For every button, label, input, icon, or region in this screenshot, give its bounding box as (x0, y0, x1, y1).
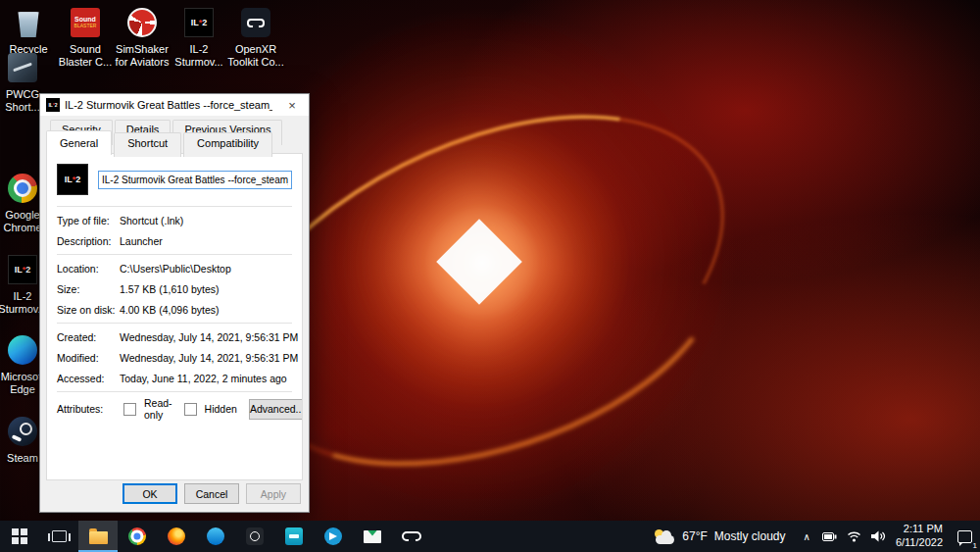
location-row: Location: C:\Users\Public\Desktop (47, 258, 302, 278)
created-row: Created: Wednesday, July 14, 2021, 9:56:… (47, 326, 302, 347)
tab-row-front: General Shortcut Compatibility (46, 132, 274, 157)
dialog-title: IL-2 Sturmovik Great Battles --force_ste… (65, 99, 272, 111)
firefox-taskbar-button[interactable] (157, 521, 196, 552)
weather-cloud-icon (654, 529, 675, 544)
chrome-icon (128, 527, 146, 545)
chrome-icon (8, 174, 37, 203)
general-tab-page: IL*2 Type of file: Shortcut (.lnk) Descr… (46, 153, 303, 480)
dialog-buttons: OK Cancel Apply (122, 483, 301, 504)
chrome-taskbar-button[interactable] (118, 521, 157, 552)
battery-icon[interactable] (822, 532, 837, 541)
blue-circle-app-icon (324, 527, 342, 545)
cancel-button[interactable]: Cancel (184, 483, 239, 504)
sound-blaster-icon: Sound BLASTER (71, 8, 100, 37)
filename-input[interactable] (98, 171, 292, 189)
modified-row: Modified: Wednesday, July 14, 2021, 9:56… (47, 347, 302, 368)
filename-row: IL*2 (47, 158, 302, 203)
separator (57, 254, 292, 255)
file-il2-icon: IL*2 (57, 164, 88, 195)
openxr-icon (241, 8, 270, 37)
tab-compatibility[interactable]: Compatibility (183, 132, 272, 157)
desktop-icon-label: IL-2 Sturmov... (171, 43, 227, 68)
pwcg-icon (8, 53, 37, 82)
desktop-icon-il2[interactable]: IL*2 IL-2 Sturmov... (171, 6, 227, 68)
folder-icon (89, 531, 108, 544)
desktop-icon-label: SimShaker for Aviators (114, 43, 171, 68)
weather-widget[interactable]: 67°F Mostly cloudy (648, 521, 791, 552)
separator (57, 206, 292, 207)
network-wifi-icon[interactable] (847, 530, 861, 542)
mail-icon (364, 530, 381, 543)
camera-icon (246, 527, 264, 545)
edge-icon (8, 335, 37, 365)
firefox-icon (168, 527, 185, 545)
tab-general[interactable]: General (46, 130, 112, 155)
task-view-icon (52, 530, 67, 542)
mixed-reality-taskbar-button[interactable] (392, 521, 431, 552)
blue-app-icon (207, 527, 224, 545)
properties-dialog: IL*2 IL-2 Sturmovik Great Battles --forc… (39, 93, 310, 513)
task-view-button[interactable] (39, 521, 78, 552)
separator (57, 391, 292, 392)
action-center-button[interactable]: 1 (953, 525, 976, 548)
clock-date: 6/11/2022 (896, 536, 943, 550)
ok-button[interactable]: OK (122, 483, 177, 504)
recycle-bin-icon (17, 8, 40, 37)
simshaker-icon (127, 8, 157, 37)
start-button[interactable] (0, 521, 39, 552)
steam-icon (8, 417, 37, 446)
accessed-row: Accessed: Today, June 11, 2022, 2 minute… (47, 368, 302, 388)
weather-temp: 67°F (682, 529, 707, 543)
round-blue-app-taskbar-button[interactable] (314, 521, 353, 552)
volume-icon[interactable] (871, 530, 886, 542)
attributes-row: Attributes: Read-only Hidden Advanced... (47, 395, 302, 423)
camera-app-taskbar-button[interactable] (235, 521, 274, 552)
taskbar: 67°F Mostly cloudy ∧ 2:11 PM 6/11/2022 1 (0, 521, 980, 552)
clock-time: 2:11 PM (896, 523, 943, 536)
taskbar-apps (0, 521, 431, 552)
dialog-titlebar[interactable]: IL*2 IL-2 Sturmovik Great Battles --forc… (40, 94, 309, 116)
taskbar-clock[interactable]: 2:11 PM 6/11/2022 (896, 523, 943, 550)
windows-logo-icon (12, 528, 27, 544)
mail-app-taskbar-button[interactable] (353, 521, 392, 552)
desktop-icon-label: OpenXR Toolkit Co... (227, 43, 284, 68)
close-icon[interactable]: × (277, 95, 307, 115)
type-of-file-row: Type of file: Shortcut (.lnk) (47, 210, 302, 230)
size-row: Size: 1.57 KB (1,610 bytes) (47, 278, 302, 299)
teal-app-icon (285, 527, 303, 545)
tab-shortcut[interactable]: Shortcut (114, 132, 181, 157)
weather-desc: Mostly cloudy (714, 529, 786, 543)
desktop-icon-label: Sound Blaster C... (57, 43, 114, 68)
vr-goggles-icon (247, 19, 265, 27)
taskbar-tray: 67°F Mostly cloudy ∧ 2:11 PM 6/11/2022 1 (648, 521, 980, 552)
desktop-icon-simshaker[interactable]: SimShaker for Aviators (114, 6, 171, 68)
readonly-checkbox[interactable] (123, 403, 136, 416)
hidden-checkbox[interactable] (184, 403, 197, 416)
mixed-reality-goggles-icon (402, 531, 421, 541)
notification-badge: 1 (973, 541, 977, 550)
apply-button[interactable]: Apply (246, 483, 301, 504)
tray-expand-chevron-icon[interactable]: ∧ (802, 531, 812, 542)
advanced-button[interactable]: Advanced... (249, 399, 303, 420)
window-il2-icon: IL*2 (46, 98, 60, 112)
separator (57, 323, 292, 324)
desktop-icon-openxr[interactable]: OpenXR Toolkit Co... (227, 6, 284, 68)
description-row: Description: Launcher (47, 230, 302, 251)
teal-app-taskbar-button[interactable] (274, 521, 314, 552)
blue-app-taskbar-button[interactable] (196, 521, 235, 552)
il2-icon: IL*2 (8, 255, 37, 284)
file-explorer-button[interactable] (78, 521, 118, 552)
il2-icon: IL*2 (184, 8, 214, 37)
size-on-disk-row: Size on disk: 4.00 KB (4,096 bytes) (47, 299, 302, 320)
action-center-icon (957, 530, 972, 543)
desktop-icon-sound-blaster[interactable]: Sound BLASTER Sound Blaster C... (57, 6, 114, 68)
